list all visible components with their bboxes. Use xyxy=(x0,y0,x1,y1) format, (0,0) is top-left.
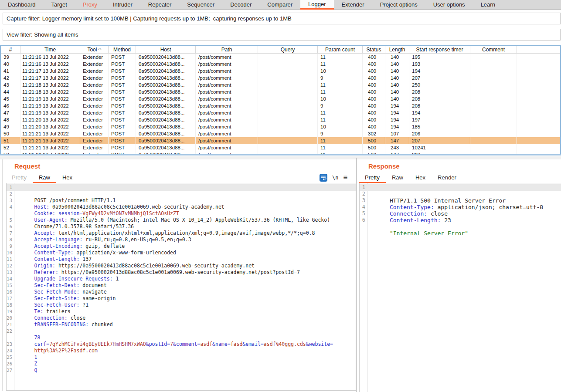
top-tab-bar: DashboardTargetProxyIntruderRepeaterSequ… xyxy=(0,0,561,10)
cell-status: 400 xyxy=(363,54,385,61)
response-editor[interactable]: 1 HTTP/1.1 500 Internal Server Error 2 C… xyxy=(359,183,561,392)
menu-tab[interactable]: User options xyxy=(425,0,473,10)
editor-tab[interactable]: Hex xyxy=(409,172,432,183)
menu-tab[interactable]: Comparer xyxy=(259,0,300,10)
line-number: 4 xyxy=(360,204,365,210)
line-number xyxy=(7,335,12,341)
column-header-length[interactable]: Length xyxy=(385,46,409,54)
table-row[interactable]: 52 11:21:21 13 Jul 2022 Extender POST 0a… xyxy=(1,144,560,151)
menu-tab[interactable]: Dashboard xyxy=(0,0,44,10)
cell-filler xyxy=(517,81,560,88)
menu-tab[interactable]: Decoder xyxy=(222,0,259,10)
table-row[interactable]: 44 11:21:18 13 Jul 2022 Extender POST 0a… xyxy=(1,88,560,95)
menu-tab[interactable]: Project options xyxy=(372,0,425,10)
cell-param-count: 9 xyxy=(318,74,363,81)
table-row[interactable]: 48 11:21:20 13 Jul 2022 Extender POST 0a… xyxy=(1,116,560,123)
column-header-query[interactable]: Query xyxy=(258,46,318,54)
table-row[interactable]: 40 11:21:16 13 Jul 2022 Extender POST 0a… xyxy=(1,61,560,68)
column-header-start-response-timer[interactable]: Start response timer xyxy=(409,46,470,54)
table-row[interactable]: 45 11:21:19 13 Jul 2022 Extender POST 0a… xyxy=(1,95,560,102)
editor-line: 15 Sec-Fetch-Site: same-origin xyxy=(7,282,356,289)
menu-tab[interactable]: Repeater xyxy=(140,0,179,10)
cell-method: POST xyxy=(109,123,136,130)
column-header-method[interactable]: Method xyxy=(109,46,136,54)
table-row[interactable]: 43 11:21:18 13 Jul 2022 Extender POST 0a… xyxy=(1,81,560,88)
table-row[interactable]: 53 11:21:22 13 Jul 2022 Extender POST 0a… xyxy=(1,151,560,155)
line-content xyxy=(12,361,40,367)
menu-tab[interactable]: Logger xyxy=(300,0,333,10)
code-token: &comment= xyxy=(173,341,200,347)
table-row[interactable]: 46 11:21:19 13 Jul 2022 Extender POST 0a… xyxy=(1,102,560,109)
line-number: 1 xyxy=(7,184,12,191)
cell-query xyxy=(258,81,318,88)
cell-length: 147 xyxy=(385,137,409,144)
cell-filler xyxy=(517,74,560,81)
cell-param-count: 11 xyxy=(318,137,363,144)
line-number: 15 xyxy=(7,282,12,289)
editor-tab[interactable]: Render xyxy=(432,172,462,183)
line-content: Content-Length: 137 xyxy=(12,243,92,250)
menu-tab[interactable]: Proxy xyxy=(75,0,105,10)
column-header-path[interactable]: Path xyxy=(196,46,258,54)
cell-method: POST xyxy=(109,95,136,102)
menu-tab[interactable]: Intruder xyxy=(105,0,140,10)
table-row[interactable]: 41 11:21:17 13 Jul 2022 Extender POST 0a… xyxy=(1,68,560,74)
table-row[interactable]: 47 11:21:19 13 Jul 2022 Extender POST 0a… xyxy=(1,109,560,116)
capture-filter-bar[interactable]: Capture filter: Logger memory limit set … xyxy=(3,13,561,24)
show-newlines-icon[interactable]: \n xyxy=(332,175,338,181)
cell-path: /post/comment xyxy=(196,151,258,155)
table-focus-underline xyxy=(0,155,561,156)
table-row[interactable]: 42 11:21:17 13 Jul 2022 Extender POST 0a… xyxy=(1,74,560,81)
line-content: http%3A%2F%2Fasdf.com xyxy=(12,335,98,341)
column-header-comment[interactable]: Comment xyxy=(470,46,517,54)
column-header-host[interactable]: Host xyxy=(136,46,196,54)
column-header-time[interactable]: Time xyxy=(20,46,80,54)
cell-start-response-timer: 197 xyxy=(409,116,470,123)
word-wrap-icon[interactable] xyxy=(320,174,327,182)
column-header-status[interactable]: Status xyxy=(363,46,385,54)
editor-tab[interactable]: Pretty xyxy=(359,172,386,183)
column-header-param-count[interactable]: Param count xyxy=(318,46,363,54)
cell-start-response-timer: 207 xyxy=(409,137,470,144)
editor-tab[interactable]: Hex xyxy=(56,172,78,183)
line-content: csrf=7gYzhMCiFvi4gBEyUEEk7HmHSHM7xWAO&po… xyxy=(12,328,333,335)
cell-tool: Extender xyxy=(80,95,109,102)
cell-status: 500 xyxy=(363,144,385,151)
cell-host: 0a9500020413d88... xyxy=(136,54,196,61)
menu-tab[interactable]: Extender xyxy=(334,0,372,10)
table-row[interactable]: 49 11:21:20 13 Jul 2022 Extender POST 0a… xyxy=(1,123,560,130)
request-editor[interactable]: 1 POST /post/comment HTTP/1.1 2 Host: 0a… xyxy=(6,183,356,391)
line-content: Referer: https://0a9500020413d88ac08c5c1… xyxy=(12,256,300,263)
menu-tab[interactable]: Sequencer xyxy=(179,0,222,10)
line-number: 10 xyxy=(7,250,12,256)
cell-time: 11:21:16 13 Jul 2022 xyxy=(20,54,80,61)
cell-time: 11:21:18 13 Jul 2022 xyxy=(20,81,80,88)
cell-length: 194 xyxy=(385,123,409,130)
request-response-divider[interactable] xyxy=(356,158,357,392)
editor-tab[interactable]: Pretty xyxy=(6,172,33,183)
cell-param-count: 11 xyxy=(318,81,363,88)
menu-tab[interactable]: Learn xyxy=(473,0,503,10)
view-filter-bar[interactable]: View filter: Showing all items xyxy=(3,29,561,41)
panel-splitter[interactable] xyxy=(0,156,561,159)
code-token: 1 xyxy=(113,276,119,282)
column-header-tool[interactable]: Tool ^ xyxy=(80,46,109,54)
cell-comment xyxy=(470,137,517,144)
cell-method: POST xyxy=(109,54,136,61)
line-number: 3 xyxy=(360,197,365,204)
table-row[interactable]: 39 11:21:16 13 Jul 2022 Extender POST 0a… xyxy=(1,54,560,61)
line-number: 14 xyxy=(7,276,12,282)
cell-index: 45 xyxy=(1,95,20,102)
table-row[interactable]: 51 11:21:21 13 Jul 2022 Extender POST 0a… xyxy=(1,137,560,144)
line-number: 26 xyxy=(7,361,12,367)
column-header-index[interactable]: # xyxy=(1,46,20,54)
editor-tab[interactable]: Raw xyxy=(33,172,56,183)
line-number: 1 xyxy=(360,184,365,191)
code-token: &postId= xyxy=(146,341,170,347)
cell-length: 107 xyxy=(385,130,409,137)
cell-length: 140 xyxy=(385,68,409,74)
editor-tab[interactable]: Raw xyxy=(386,172,409,183)
editor-menu-icon[interactable]: ≡ xyxy=(343,174,347,182)
table-row[interactable]: 50 11:21:21 13 Jul 2022 Extender POST 0a… xyxy=(1,130,560,137)
menu-tab[interactable]: Target xyxy=(44,0,75,10)
